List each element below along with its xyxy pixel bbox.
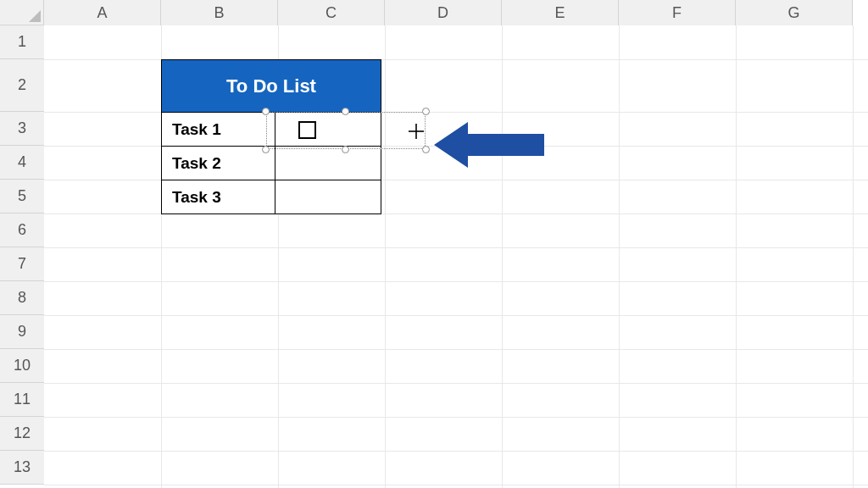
selection-border [266, 112, 426, 149]
row-header-10[interactable]: 10 [0, 349, 44, 383]
gridline [44, 485, 868, 485]
gridline [385, 25, 386, 488]
task-cell[interactable]: Task 2 [162, 147, 275, 180]
task-cell[interactable]: Task 3 [162, 180, 275, 214]
col-header-e[interactable]: E [502, 0, 619, 25]
row-header-4[interactable]: 4 [0, 146, 44, 180]
col-header-g[interactable]: G [736, 0, 853, 25]
gridline [44, 281, 868, 282]
row-headers: 1 2 3 4 5 6 7 8 9 10 11 12 13 [0, 25, 44, 485]
gridline [853, 25, 854, 488]
gridline [44, 417, 868, 418]
gridline [44, 383, 868, 384]
col-header-b[interactable]: B [161, 0, 278, 25]
resize-handle[interactable] [342, 146, 349, 153]
row-header-5[interactable]: 5 [0, 180, 44, 214]
checkbox-icon[interactable] [298, 121, 316, 139]
resize-handle[interactable] [422, 108, 430, 115]
select-all-corner[interactable] [0, 0, 44, 25]
svg-marker-3 [434, 122, 544, 168]
column-headers: A B C D E F G [44, 0, 853, 25]
gridline [736, 25, 737, 488]
col-header-a[interactable]: A [44, 0, 161, 25]
row-header-12[interactable]: 12 [0, 417, 44, 451]
task-cell[interactable]: Task 1 [162, 113, 275, 147]
resize-handle[interactable] [342, 108, 349, 115]
row-header-7[interactable]: 7 [0, 247, 44, 281]
gridline [619, 25, 620, 488]
svg-marker-0 [29, 10, 41, 22]
row-header-2[interactable]: 2 [0, 59, 44, 112]
col-header-f[interactable]: F [619, 0, 736, 25]
gridline [502, 25, 503, 488]
check-cell[interactable] [275, 147, 381, 180]
arrow-left-icon [434, 122, 544, 168]
checkbox-form-control[interactable] [266, 112, 426, 149]
spreadsheet-grid: A B C D E F G 1 2 3 4 5 6 7 8 9 10 11 12… [0, 0, 868, 488]
col-header-c[interactable]: C [278, 0, 385, 25]
row-header-6[interactable]: 6 [0, 214, 44, 247]
resize-handle[interactable] [262, 108, 270, 115]
gridline [44, 349, 868, 350]
col-header-d[interactable]: D [385, 0, 502, 25]
row-header-9[interactable]: 9 [0, 315, 44, 349]
check-cell[interactable] [275, 180, 381, 214]
gridline [44, 247, 868, 248]
resize-handle[interactable] [262, 146, 270, 153]
row-header-13[interactable]: 13 [0, 451, 44, 485]
gridline [44, 451, 868, 452]
todo-title[interactable]: To Do List [162, 60, 381, 113]
select-all-triangle-icon [29, 10, 41, 22]
gridline [44, 315, 868, 316]
row-header-1[interactable]: 1 [0, 25, 44, 59]
resize-handle[interactable] [422, 146, 430, 153]
row-header-8[interactable]: 8 [0, 281, 44, 315]
table-row: Task 3 [162, 180, 381, 214]
row-header-3[interactable]: 3 [0, 112, 44, 146]
row-header-11[interactable]: 11 [0, 383, 44, 417]
